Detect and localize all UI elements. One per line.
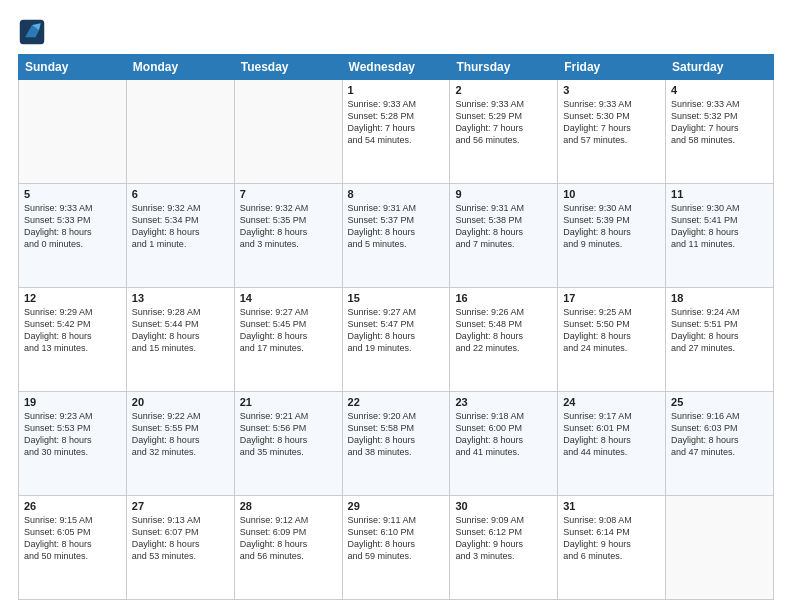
day-number: 20 xyxy=(132,396,229,408)
day-info: Sunrise: 9:33 AM Sunset: 5:32 PM Dayligh… xyxy=(671,98,768,147)
day-info: Sunrise: 9:25 AM Sunset: 5:50 PM Dayligh… xyxy=(563,306,660,355)
day-info: Sunrise: 9:33 AM Sunset: 5:28 PM Dayligh… xyxy=(348,98,445,147)
day-info: Sunrise: 9:32 AM Sunset: 5:35 PM Dayligh… xyxy=(240,202,337,251)
day-info: Sunrise: 9:31 AM Sunset: 5:38 PM Dayligh… xyxy=(455,202,552,251)
calendar-cell: 12Sunrise: 9:29 AM Sunset: 5:42 PM Dayli… xyxy=(19,288,127,392)
calendar-cell: 17Sunrise: 9:25 AM Sunset: 5:50 PM Dayli… xyxy=(558,288,666,392)
calendar-cell: 19Sunrise: 9:23 AM Sunset: 5:53 PM Dayli… xyxy=(19,392,127,496)
day-info: Sunrise: 9:16 AM Sunset: 6:03 PM Dayligh… xyxy=(671,410,768,459)
day-number: 12 xyxy=(24,292,121,304)
calendar-cell: 30Sunrise: 9:09 AM Sunset: 6:12 PM Dayli… xyxy=(450,496,558,600)
day-info: Sunrise: 9:09 AM Sunset: 6:12 PM Dayligh… xyxy=(455,514,552,563)
calendar-cell: 20Sunrise: 9:22 AM Sunset: 5:55 PM Dayli… xyxy=(126,392,234,496)
calendar-cell: 16Sunrise: 9:26 AM Sunset: 5:48 PM Dayli… xyxy=(450,288,558,392)
day-info: Sunrise: 9:17 AM Sunset: 6:01 PM Dayligh… xyxy=(563,410,660,459)
calendar-cell: 3Sunrise: 9:33 AM Sunset: 5:30 PM Daylig… xyxy=(558,80,666,184)
calendar-header-wednesday: Wednesday xyxy=(342,55,450,80)
calendar-cell: 1Sunrise: 9:33 AM Sunset: 5:28 PM Daylig… xyxy=(342,80,450,184)
calendar-cell: 25Sunrise: 9:16 AM Sunset: 6:03 PM Dayli… xyxy=(666,392,774,496)
day-number: 18 xyxy=(671,292,768,304)
calendar-week-2: 5Sunrise: 9:33 AM Sunset: 5:33 PM Daylig… xyxy=(19,184,774,288)
day-info: Sunrise: 9:11 AM Sunset: 6:10 PM Dayligh… xyxy=(348,514,445,563)
day-number: 24 xyxy=(563,396,660,408)
day-info: Sunrise: 9:08 AM Sunset: 6:14 PM Dayligh… xyxy=(563,514,660,563)
day-number: 1 xyxy=(348,84,445,96)
day-info: Sunrise: 9:27 AM Sunset: 5:47 PM Dayligh… xyxy=(348,306,445,355)
calendar-cell: 31Sunrise: 9:08 AM Sunset: 6:14 PM Dayli… xyxy=(558,496,666,600)
calendar-cell: 29Sunrise: 9:11 AM Sunset: 6:10 PM Dayli… xyxy=(342,496,450,600)
calendar-cell: 7Sunrise: 9:32 AM Sunset: 5:35 PM Daylig… xyxy=(234,184,342,288)
calendar-cell xyxy=(19,80,127,184)
calendar-cell: 18Sunrise: 9:24 AM Sunset: 5:51 PM Dayli… xyxy=(666,288,774,392)
day-number: 16 xyxy=(455,292,552,304)
day-number: 29 xyxy=(348,500,445,512)
day-info: Sunrise: 9:20 AM Sunset: 5:58 PM Dayligh… xyxy=(348,410,445,459)
day-number: 14 xyxy=(240,292,337,304)
day-number: 26 xyxy=(24,500,121,512)
calendar-cell: 22Sunrise: 9:20 AM Sunset: 5:58 PM Dayli… xyxy=(342,392,450,496)
day-info: Sunrise: 9:24 AM Sunset: 5:51 PM Dayligh… xyxy=(671,306,768,355)
day-number: 17 xyxy=(563,292,660,304)
calendar-header-saturday: Saturday xyxy=(666,55,774,80)
day-info: Sunrise: 9:23 AM Sunset: 5:53 PM Dayligh… xyxy=(24,410,121,459)
day-info: Sunrise: 9:27 AM Sunset: 5:45 PM Dayligh… xyxy=(240,306,337,355)
day-info: Sunrise: 9:13 AM Sunset: 6:07 PM Dayligh… xyxy=(132,514,229,563)
calendar-cell: 4Sunrise: 9:33 AM Sunset: 5:32 PM Daylig… xyxy=(666,80,774,184)
header xyxy=(18,18,774,46)
day-number: 8 xyxy=(348,188,445,200)
calendar-header-sunday: Sunday xyxy=(19,55,127,80)
logo-icon xyxy=(18,18,46,46)
calendar-cell: 13Sunrise: 9:28 AM Sunset: 5:44 PM Dayli… xyxy=(126,288,234,392)
calendar-cell xyxy=(126,80,234,184)
calendar-cell: 9Sunrise: 9:31 AM Sunset: 5:38 PM Daylig… xyxy=(450,184,558,288)
day-info: Sunrise: 9:26 AM Sunset: 5:48 PM Dayligh… xyxy=(455,306,552,355)
day-info: Sunrise: 9:15 AM Sunset: 6:05 PM Dayligh… xyxy=(24,514,121,563)
day-number: 25 xyxy=(671,396,768,408)
logo xyxy=(18,18,50,46)
page: SundayMondayTuesdayWednesdayThursdayFrid… xyxy=(0,0,792,612)
calendar-cell xyxy=(234,80,342,184)
day-number: 22 xyxy=(348,396,445,408)
calendar-cell: 27Sunrise: 9:13 AM Sunset: 6:07 PM Dayli… xyxy=(126,496,234,600)
calendar-week-1: 1Sunrise: 9:33 AM Sunset: 5:28 PM Daylig… xyxy=(19,80,774,184)
calendar-week-5: 26Sunrise: 9:15 AM Sunset: 6:05 PM Dayli… xyxy=(19,496,774,600)
day-info: Sunrise: 9:30 AM Sunset: 5:41 PM Dayligh… xyxy=(671,202,768,251)
calendar-cell: 21Sunrise: 9:21 AM Sunset: 5:56 PM Dayli… xyxy=(234,392,342,496)
day-info: Sunrise: 9:30 AM Sunset: 5:39 PM Dayligh… xyxy=(563,202,660,251)
calendar-header-row: SundayMondayTuesdayWednesdayThursdayFrid… xyxy=(19,55,774,80)
calendar-cell: 2Sunrise: 9:33 AM Sunset: 5:29 PM Daylig… xyxy=(450,80,558,184)
day-info: Sunrise: 9:18 AM Sunset: 6:00 PM Dayligh… xyxy=(455,410,552,459)
day-number: 9 xyxy=(455,188,552,200)
day-number: 13 xyxy=(132,292,229,304)
day-number: 5 xyxy=(24,188,121,200)
day-info: Sunrise: 9:31 AM Sunset: 5:37 PM Dayligh… xyxy=(348,202,445,251)
calendar-cell: 6Sunrise: 9:32 AM Sunset: 5:34 PM Daylig… xyxy=(126,184,234,288)
calendar-header-tuesday: Tuesday xyxy=(234,55,342,80)
calendar-week-4: 19Sunrise: 9:23 AM Sunset: 5:53 PM Dayli… xyxy=(19,392,774,496)
day-info: Sunrise: 9:12 AM Sunset: 6:09 PM Dayligh… xyxy=(240,514,337,563)
day-number: 30 xyxy=(455,500,552,512)
calendar-cell: 28Sunrise: 9:12 AM Sunset: 6:09 PM Dayli… xyxy=(234,496,342,600)
day-info: Sunrise: 9:32 AM Sunset: 5:34 PM Dayligh… xyxy=(132,202,229,251)
calendar-cell: 24Sunrise: 9:17 AM Sunset: 6:01 PM Dayli… xyxy=(558,392,666,496)
day-number: 4 xyxy=(671,84,768,96)
day-info: Sunrise: 9:33 AM Sunset: 5:33 PM Dayligh… xyxy=(24,202,121,251)
calendar-cell: 14Sunrise: 9:27 AM Sunset: 5:45 PM Dayli… xyxy=(234,288,342,392)
day-number: 11 xyxy=(671,188,768,200)
day-number: 15 xyxy=(348,292,445,304)
calendar-cell: 23Sunrise: 9:18 AM Sunset: 6:00 PM Dayli… xyxy=(450,392,558,496)
day-number: 2 xyxy=(455,84,552,96)
day-number: 3 xyxy=(563,84,660,96)
calendar-header-monday: Monday xyxy=(126,55,234,80)
day-number: 31 xyxy=(563,500,660,512)
day-number: 23 xyxy=(455,396,552,408)
day-number: 21 xyxy=(240,396,337,408)
day-number: 19 xyxy=(24,396,121,408)
calendar-cell: 10Sunrise: 9:30 AM Sunset: 5:39 PM Dayli… xyxy=(558,184,666,288)
day-number: 6 xyxy=(132,188,229,200)
calendar-cell: 26Sunrise: 9:15 AM Sunset: 6:05 PM Dayli… xyxy=(19,496,127,600)
day-info: Sunrise: 9:21 AM Sunset: 5:56 PM Dayligh… xyxy=(240,410,337,459)
calendar-cell: 8Sunrise: 9:31 AM Sunset: 5:37 PM Daylig… xyxy=(342,184,450,288)
day-number: 27 xyxy=(132,500,229,512)
calendar-week-3: 12Sunrise: 9:29 AM Sunset: 5:42 PM Dayli… xyxy=(19,288,774,392)
